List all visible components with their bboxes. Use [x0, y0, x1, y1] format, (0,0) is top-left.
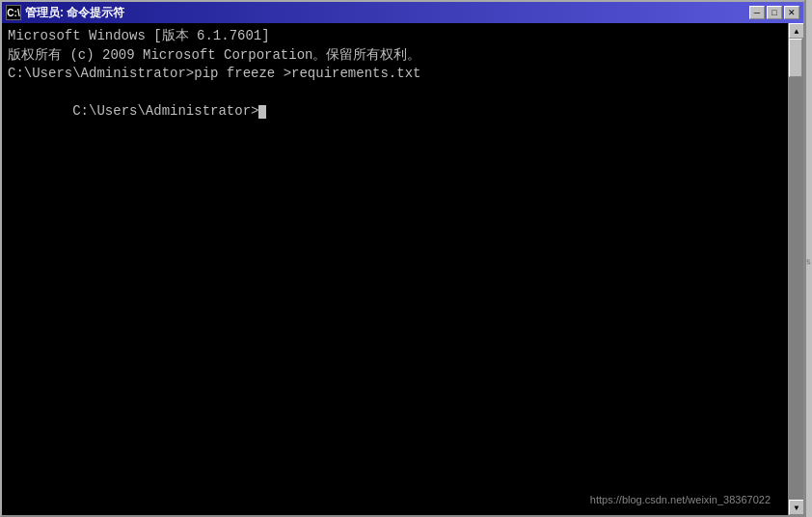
close-button[interactable]: ✕ — [784, 6, 799, 19]
window: C:\ 管理员: 命令提示符 ─ □ ✕ Microsoft Windows [… — [0, 0, 805, 517]
terminal-cursor — [258, 105, 266, 119]
content-area: Microsoft Windows [版本 6.1.7601] 版权所有 (c)… — [2, 23, 803, 515]
side-strip: 5 — [805, 0, 812, 517]
title-bar-icon: C:\ — [6, 5, 21, 20]
side-strip-number: 5 — [805, 258, 812, 266]
terminal-line-1: Microsoft Windows [版本 6.1.7601] — [8, 27, 782, 46]
minimize-button[interactable]: ─ — [749, 6, 765, 19]
watermark: https://blog.csdn.net/weixin_38367022 — [590, 493, 771, 507]
title-bar-buttons: ─ □ ✕ — [749, 6, 799, 19]
scroll-up-button[interactable]: ▲ — [789, 23, 803, 39]
scrollbar-track[interactable] — [789, 39, 803, 500]
title-bar: C:\ 管理员: 命令提示符 ─ □ ✕ — [2, 2, 803, 23]
terminal-line-2: 版权所有 (c) 2009 Microsoft Corporation。保留所有… — [8, 46, 782, 66]
title-bar-title: 管理员: 命令提示符 — [25, 5, 749, 21]
scrollbar-thumb[interactable] — [789, 39, 802, 77]
terminal[interactable]: Microsoft Windows [版本 6.1.7601] 版权所有 (c)… — [2, 23, 788, 515]
terminal-line-4: C:\Users\Administrator>pip freeze >requi… — [8, 65, 782, 84]
scroll-down-button[interactable]: ▼ — [789, 500, 803, 515]
scrollbar: ▲ ▼ — [788, 23, 803, 515]
terminal-line-6: C:\Users\Administrator> — [8, 84, 782, 141]
maximize-button[interactable]: □ — [767, 6, 782, 19]
